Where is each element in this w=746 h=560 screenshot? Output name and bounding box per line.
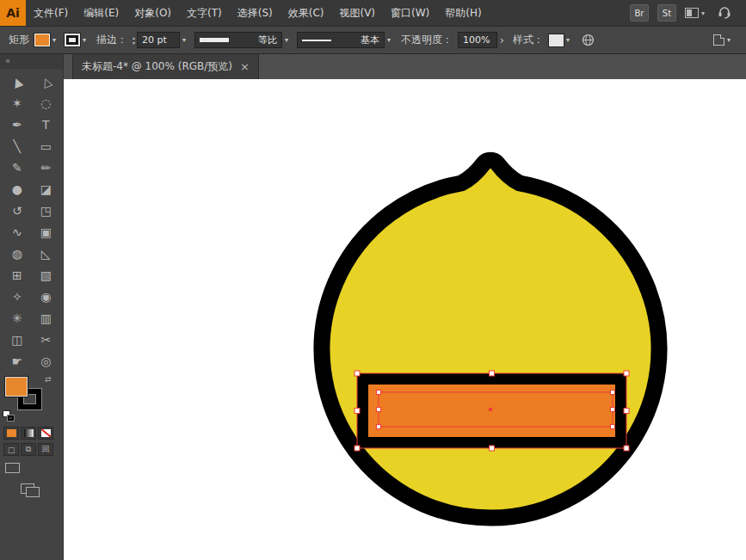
default-stroke-mini [8, 415, 14, 421]
selection-handle[interactable] [355, 446, 360, 451]
document-setup-caret-icon[interactable]: ▾ [727, 36, 731, 44]
publish-globe-icon[interactable] [582, 34, 595, 46]
fill-color-swatch[interactable] [34, 34, 50, 46]
stock-button[interactable]: St [657, 4, 676, 22]
eyedropper-tool[interactable]: ✧ [3, 286, 32, 307]
color-button[interactable] [3, 427, 19, 440]
menu-effect[interactable]: 效果(C) [281, 0, 332, 26]
hand-tool[interactable]: ☛ [3, 350, 32, 372]
center-point [489, 408, 492, 411]
type-tool[interactable]: T [32, 114, 61, 135]
document-tab[interactable]: 未标题-4* @ 100% (RGB/预览) × [72, 54, 259, 79]
menu-file[interactable]: 文件(F) [26, 0, 76, 26]
brush-definition-dropdown[interactable]: 基本 [297, 32, 385, 48]
zoom-tool[interactable]: ◎ [32, 350, 61, 372]
artboard-tool[interactable]: ◫ [3, 329, 32, 350]
menu-edit[interactable]: 编辑(E) [76, 0, 126, 26]
yellow-lemon-shape[interactable] [322, 160, 659, 518]
selected-tool-label: 矩形 [9, 33, 29, 47]
rotate-tool[interactable]: ↺ [3, 200, 32, 221]
opacity-field[interactable]: 100% [458, 32, 497, 48]
stepper-down-icon[interactable]: ▾ [133, 40, 135, 46]
line-segment-tool[interactable]: ╲ [3, 135, 32, 157]
color-type-buttons [0, 423, 63, 440]
gradient-button[interactable] [21, 427, 36, 440]
width-profile-caret-icon[interactable]: ▾ [285, 36, 288, 44]
scale-tool[interactable]: ◳ [32, 200, 61, 221]
style-swatch[interactable] [549, 34, 564, 46]
brush-definition-value: 基本 [361, 34, 379, 46]
draw-normal-button[interactable]: □ [3, 443, 19, 456]
document-tab-bar: 未标题-4* @ 100% (RGB/预览) × [64, 54, 746, 79]
stroke-color-swatch[interactable] [65, 34, 80, 46]
menu-object[interactable]: 对象(O) [126, 0, 179, 26]
bridge-button[interactable]: Br [630, 4, 649, 22]
brush-definition-caret-icon[interactable]: ▾ [387, 36, 391, 44]
draw-inside-button[interactable]: 回 [38, 443, 53, 456]
headset-icon[interactable] [717, 5, 732, 22]
pen-tool[interactable]: ✒ [3, 114, 32, 135]
workspace-caret-icon[interactable]: ▾ [701, 9, 705, 17]
blob-brush-tool[interactable]: ● [3, 178, 32, 200]
selection-handle[interactable] [624, 371, 629, 376]
selection-handle[interactable] [490, 371, 495, 376]
menu-window[interactable]: 窗口(W) [383, 0, 437, 26]
opacity-expand-icon[interactable]: › [500, 34, 504, 46]
swap-fill-stroke-icon[interactable]: ⇄ [45, 375, 52, 384]
gradient-tool[interactable]: ▧ [32, 264, 61, 286]
artboard-canvas[interactable] [64, 79, 746, 560]
pencil-tool[interactable]: ✏ [32, 157, 61, 178]
menu-type[interactable]: 文字(T) [179, 0, 230, 26]
control-bar: 矩形 ▾ ▾ 描边： ▴ ▾ 20 pt ▾ 等比 ▾ 基本 ▾ 不透明度： 1… [0, 26, 746, 54]
symbol-sprayer-tool[interactable]: ✳ [3, 307, 32, 329]
selection-handle[interactable] [624, 446, 629, 451]
tools-panel: « ▲ △ ✶ ◌ ✒ T ╲ ▭ ✎ ✏ ● ◪ ↺ ◳ ∿ ▣ ◍ ◺ ⊞ … [0, 54, 64, 560]
eraser-tool[interactable]: ◪ [32, 178, 61, 200]
change-screen-mode-icon[interactable] [21, 483, 40, 497]
stroke-weight-stepper[interactable]: ▴ ▾ [133, 35, 135, 46]
selection-handle[interactable] [355, 371, 360, 376]
none-button[interactable] [38, 427, 53, 440]
stroke-weight-field[interactable]: 20 pt [137, 32, 180, 48]
free-transform-tool[interactable]: ▣ [32, 221, 61, 243]
stroke-weight-caret-icon[interactable]: ▾ [182, 36, 186, 44]
anchor-point[interactable] [611, 408, 615, 412]
width-tool[interactable]: ∿ [3, 221, 32, 243]
rectangle-tool[interactable]: ▭ [32, 135, 61, 157]
menu-select[interactable]: 选择(S) [230, 0, 281, 26]
anchor-point[interactable] [377, 425, 381, 429]
selection-handle[interactable] [624, 409, 629, 414]
menu-view[interactable]: 视图(V) [331, 0, 383, 26]
fill-swatch[interactable] [6, 378, 27, 396]
shape-builder-tool[interactable]: ◍ [3, 243, 32, 264]
column-graph-tool[interactable]: ▥ [32, 307, 61, 329]
anchor-point[interactable] [611, 425, 615, 429]
paintbrush-tool[interactable]: ✎ [3, 157, 32, 178]
fill-color-caret-icon[interactable]: ▾ [52, 36, 56, 44]
opacity-label: 不透明度： [401, 33, 453, 47]
width-profile-dropdown[interactable]: 等比 [194, 32, 282, 48]
blend-tool[interactable]: ◉ [32, 286, 61, 307]
anchor-point[interactable] [377, 408, 381, 412]
selection-handle[interactable] [355, 409, 360, 414]
anchor-point[interactable] [611, 391, 615, 395]
mesh-tool[interactable]: ⊞ [3, 264, 32, 286]
slice-tool[interactable]: ✂ [32, 329, 61, 350]
selection-handle[interactable] [490, 446, 495, 451]
screen-mode-icon[interactable] [5, 463, 20, 473]
document-setup-icon[interactable] [713, 34, 724, 46]
workspace-switcher-icon[interactable] [685, 8, 699, 18]
tab-close-icon[interactable]: × [240, 61, 250, 72]
stroke-weight-label: 描边： [96, 33, 127, 47]
width-profile-preview [200, 38, 229, 42]
style-label: 样式： [513, 33, 544, 47]
draw-behind-button[interactable]: ⧉ [21, 443, 36, 456]
draw-mode-buttons: □ ⧉ 回 [0, 440, 63, 456]
anchor-point[interactable] [377, 391, 381, 395]
perspective-grid-tool[interactable]: ◺ [32, 243, 61, 264]
style-caret-icon[interactable]: ▾ [566, 36, 570, 44]
menu-help[interactable]: 帮助(H) [437, 0, 489, 26]
stroke-color-caret-icon[interactable]: ▾ [83, 36, 86, 44]
default-fill-stroke-icon[interactable] [3, 411, 14, 421]
gradient-tile [24, 429, 34, 437]
